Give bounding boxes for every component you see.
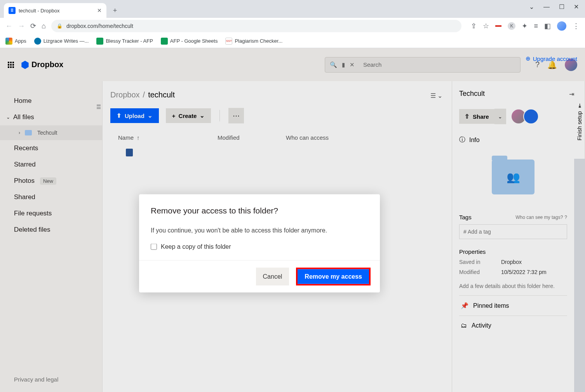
keep-copy-input[interactable] [151, 244, 157, 250]
url-text: dropbox.com/home/techcult [66, 23, 133, 29]
bookmark-plagiarism[interactable]: SSTPlagiarism Checker... [225, 38, 282, 45]
back-icon[interactable]: ← [5, 22, 12, 30]
forward-icon[interactable]: → [18, 22, 25, 30]
bookmark-lizgrace[interactable]: Lizgrace Writes —... [34, 38, 89, 45]
dialog-title: Remove your access to this folder? [151, 206, 368, 215]
remove-access-button[interactable]: Remove my access [298, 269, 369, 284]
kebab-menu-icon[interactable]: ⋮ [573, 22, 580, 30]
sst-icon: SST [225, 38, 232, 45]
remove-access-dialog: Remove your access to this folder? If yo… [139, 194, 380, 293]
bookmark-blessy[interactable]: Blessy Tracker - AFP [96, 38, 153, 45]
url-field[interactable]: 🔒 dropbox.com/home/techcult [51, 20, 462, 32]
sheets-icon [161, 38, 168, 45]
dropbox-favicon: ⠿ [9, 7, 16, 14]
reading-list-icon[interactable]: ≡ [534, 22, 538, 30]
side-panel-icon[interactable]: ◧ [544, 22, 551, 30]
profile-avatar-icon[interactable] [557, 21, 566, 31]
wordpress-icon [34, 38, 41, 45]
share-page-icon[interactable]: ⇪ [471, 22, 477, 30]
reload-icon[interactable]: ⟳ [30, 22, 36, 30]
new-tab-button[interactable]: + [109, 4, 121, 17]
browser-tab[interactable]: ⠿ techcult - Dropbox ✕ [4, 3, 106, 18]
tab-title: techcult - Dropbox [19, 8, 60, 14]
lock-icon: 🔒 [57, 23, 63, 29]
close-window-icon[interactable]: ✕ [574, 3, 579, 10]
extension-k-icon[interactable]: K [508, 22, 515, 30]
minimize-icon[interactable]: — [543, 3, 550, 10]
mcafee-ext-icon[interactable] [495, 25, 501, 27]
sheets-icon [96, 38, 103, 45]
bookmark-afp[interactable]: AFP - Google Sheets [161, 38, 218, 45]
bookmarks-bar: Apps Lizgrace Writes —... Blessy Tracker… [0, 34, 585, 48]
tab-dropdown-icon[interactable]: ⌄ [529, 3, 534, 10]
apps-icon [5, 38, 12, 45]
keep-copy-checkbox[interactable]: Keep a copy of this folder [151, 243, 368, 250]
highlighted-action: Remove my access [296, 268, 371, 286]
bookmark-apps[interactable]: Apps [5, 38, 26, 45]
cancel-button[interactable]: Cancel [256, 268, 289, 286]
extensions-icon[interactable]: ✦ [522, 22, 528, 30]
close-tab-icon[interactable]: ✕ [97, 7, 102, 14]
maximize-icon[interactable]: ☐ [559, 3, 564, 10]
bookmark-star-icon[interactable]: ☆ [483, 22, 489, 30]
dialog-body: If you continue, you won't be able to ac… [151, 227, 368, 234]
home-icon[interactable]: ⌂ [42, 22, 46, 30]
